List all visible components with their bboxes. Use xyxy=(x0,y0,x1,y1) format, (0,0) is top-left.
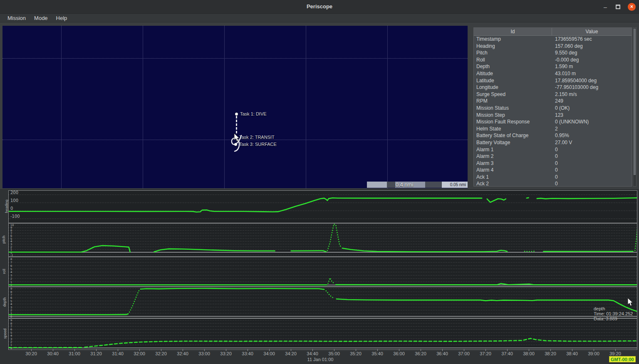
trace-segment xyxy=(635,226,637,251)
table-row[interactable]: Roll-0.000 deg xyxy=(474,57,632,64)
mission-map[interactable]: Task 1: DIVE Task 2: TRANSIT Task 3: SUR… xyxy=(2,26,468,188)
x-tick-label: 38:20 xyxy=(545,351,556,356)
table-row[interactable]: Latitude17.859504000 deg xyxy=(474,77,632,84)
table-row[interactable]: Alarm 20 xyxy=(474,153,632,160)
y-tick-label: -1 xyxy=(10,253,13,256)
trace-segment xyxy=(85,338,637,347)
title-bar: Periscope – × xyxy=(0,0,639,14)
map-scale-bar: 0.4 nmi 0.05 nmi xyxy=(367,182,468,188)
x-tick-label: 32:20 xyxy=(155,351,167,356)
row-value-cell: 0 xyxy=(552,180,632,187)
table-row[interactable]: Depth1.590 m xyxy=(474,63,632,70)
table-row[interactable]: RPM249 xyxy=(474,98,632,105)
table-row[interactable]: Battery Voltage27.00 V xyxy=(474,139,632,146)
row-value-cell: 157.060 deg xyxy=(552,43,632,50)
menu-mission[interactable]: Mission xyxy=(3,15,30,21)
telemetry-header: Id Value xyxy=(474,28,632,36)
table-row[interactable]: Battery State of Charge0.95% xyxy=(474,132,632,139)
table-row[interactable]: Mission Status0 (OK) xyxy=(474,105,632,112)
plot-heading[interactable]: 2001000-100 xyxy=(8,190,637,223)
row-id-cell: Mission Status xyxy=(474,105,552,112)
window-title: Periscope xyxy=(0,3,639,10)
row-value-cell: 0 xyxy=(552,167,632,174)
minimize-button[interactable]: – xyxy=(602,4,608,10)
row-id-cell: Altitude xyxy=(474,70,552,77)
row-value-cell: 0.95% xyxy=(552,132,632,139)
trace-segment xyxy=(537,198,637,199)
telemetry-body: Timestamp1736559576 secHeading157.060 de… xyxy=(474,36,632,187)
trace-segment xyxy=(487,199,506,202)
x-tick-label: 34:40 xyxy=(307,351,318,356)
row-value-cell: 2.150 m/s xyxy=(552,91,632,98)
table-row[interactable]: Alarm 30 xyxy=(474,160,632,167)
table-row[interactable]: Mission Step123 xyxy=(474,112,632,119)
scale-secondary-label: 0.05 nmi xyxy=(450,182,466,187)
trace-segment xyxy=(9,246,130,252)
map-gridline xyxy=(306,26,306,188)
table-row[interactable]: Heading157.060 deg xyxy=(474,43,632,50)
row-id-cell: RPM xyxy=(474,98,552,105)
table-row[interactable]: Surge Speed2.150 m/s xyxy=(474,91,632,98)
row-id-cell: Heading xyxy=(474,43,552,50)
table-row[interactable]: Timestamp1736559576 sec xyxy=(474,36,632,43)
ylabel-speed: speed xyxy=(0,318,8,349)
row-value-cell: 2 xyxy=(552,125,632,133)
y-tick-label: 5 xyxy=(10,268,12,271)
x-tick-label: 32:00 xyxy=(134,351,145,356)
row-id-cell: Helm State xyxy=(474,125,552,133)
row-id-cell: Timestamp xyxy=(474,36,552,43)
row-id-cell: Mission Fault Response xyxy=(474,118,552,125)
table-row[interactable]: Alarm 10 xyxy=(474,146,632,153)
plot-depth[interactable]: 9876543210 xyxy=(8,287,637,318)
trace-segment xyxy=(328,278,335,284)
row-id-cell: Alarm 3 xyxy=(474,160,552,167)
x-tick-label: 36:20 xyxy=(415,351,426,356)
table-row[interactable]: Ack 20 xyxy=(474,180,632,187)
scrollbar-thumb[interactable] xyxy=(634,29,636,175)
table-row[interactable]: Ack 10 xyxy=(474,174,632,181)
row-value-cell: 9.550 deg xyxy=(552,49,632,57)
ylabel-pitch: pitch xyxy=(0,223,8,256)
x-tick-label: 35:00 xyxy=(328,351,340,356)
mouse-cursor-map xyxy=(234,133,240,142)
row-value-cell: 27.00 V xyxy=(552,139,632,146)
row-value-cell: 123 xyxy=(552,112,632,119)
telemetry-scrollbar[interactable] xyxy=(633,27,637,187)
table-row[interactable]: Altitude43.010 m xyxy=(474,70,632,77)
y-tick-label: 100 xyxy=(10,198,18,203)
row-value-cell: 0 (OK) xyxy=(552,105,632,112)
plot-speed[interactable]: 9876543210 xyxy=(8,318,637,350)
task-connector-line xyxy=(236,116,237,133)
maximize-button[interactable] xyxy=(616,5,620,9)
y-tick-label: 7 xyxy=(10,261,12,264)
x-tick-label: 38:40 xyxy=(566,351,578,356)
menu-help[interactable]: Help xyxy=(52,15,72,21)
x-tick-label: 39:00 xyxy=(588,351,599,356)
plot-pitch[interactable]: 109876543210-1 xyxy=(8,223,637,257)
row-id-cell: Ack 2 xyxy=(474,180,552,187)
x-tick-label: 35:40 xyxy=(372,351,383,356)
close-button[interactable]: × xyxy=(628,3,636,11)
time-axis: 11 Jan 01:00 30:2030:4031:0031:2031:4032… xyxy=(0,349,639,364)
column-header-value[interactable]: Value xyxy=(552,28,632,35)
table-row[interactable]: Pitch9.550 deg xyxy=(474,49,632,57)
menu-mode[interactable]: Mode xyxy=(30,15,52,21)
row-id-cell: Depth xyxy=(474,63,552,70)
plot-tooltip: depth Time: 01:39:24.252 Data: 3.889 xyxy=(594,306,633,321)
table-row[interactable]: Longitude-77.950103000 deg xyxy=(474,84,632,91)
table-row[interactable]: Mission Fault Response0 (UNKNOWN) xyxy=(474,118,632,125)
task-marker-dive[interactable]: Task 1: DIVE xyxy=(235,111,267,116)
row-value-cell: 249 xyxy=(552,98,632,105)
telemetry-table[interactable]: Id Value Timestamp1736559576 secHeading1… xyxy=(473,27,632,187)
x-tick-label: 31:00 xyxy=(69,351,80,356)
plot-roll[interactable]: 876543210 xyxy=(8,257,637,287)
y-tick-label: 200 xyxy=(10,191,18,195)
tooltip-data: Data: 3.889 xyxy=(594,316,633,321)
table-row[interactable]: Alarm 40 xyxy=(474,167,632,174)
trace-segment xyxy=(9,198,482,212)
trace-segment xyxy=(129,290,139,312)
table-row[interactable]: Helm State2 xyxy=(474,125,632,133)
row-id-cell: Ack 1 xyxy=(474,174,552,181)
ylabel-depth: depth xyxy=(0,287,8,317)
column-header-id[interactable]: Id xyxy=(474,28,552,35)
